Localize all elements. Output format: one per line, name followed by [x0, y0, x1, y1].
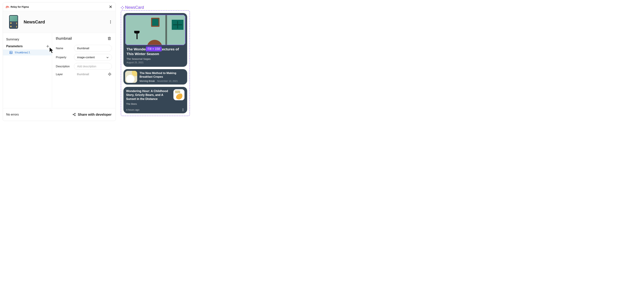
component-thumbnail	[8, 14, 20, 30]
selection-outline[interactable]	[125, 15, 186, 45]
col3-source: The Bees	[126, 101, 184, 105]
share-icon	[72, 113, 76, 116]
hero-thumbnail[interactable]	[125, 15, 186, 45]
layer-label: Layer	[56, 73, 71, 76]
svg-point-16	[183, 111, 183, 111]
svg-point-2	[110, 23, 111, 23]
row-source: Morning Break	[140, 80, 156, 82]
svg-point-14	[183, 109, 183, 109]
selection-size-tag: Fill × 158	[146, 46, 162, 51]
news-card-hero[interactable]: The Wonderful Architectures of This Wint…	[124, 13, 187, 67]
component-header: NewsCard	[3, 11, 116, 33]
property-value: image-content	[77, 56, 95, 59]
errors-label[interactable]: No errors	[6, 113, 19, 116]
description-input[interactable]	[74, 63, 112, 70]
name-label: Name	[56, 47, 71, 50]
resize-handle-top-right[interactable]	[184, 15, 186, 16]
col3-time: 4 hours ago	[126, 108, 139, 111]
svg-rect-12	[121, 7, 122, 8]
sidebar-param-label: thumbnail	[14, 51, 30, 54]
row-date: November 10, 2021	[157, 80, 178, 82]
relay-logo-icon	[6, 5, 9, 8]
news-card-row[interactable]: The New Method to Making Breakfast Crepe…	[124, 69, 187, 85]
svg-rect-11	[122, 8, 123, 9]
figma-canvas: NewsCard	[121, 5, 190, 116]
component-icon	[121, 6, 124, 9]
resize-handle-top-left[interactable]	[125, 15, 126, 16]
hero-source: The Seasonal Sagas	[126, 56, 184, 60]
svg-point-15	[183, 110, 183, 110]
share-with-developer-button[interactable]: Share with developer	[72, 113, 112, 117]
row-thumbnail	[125, 71, 137, 83]
delete-parameter-button[interactable]	[107, 36, 112, 41]
panel-footer: No errors Share with developer	[3, 109, 116, 121]
sidebar-param-thumbnail[interactable]: thumbnail	[3, 50, 52, 55]
sidebar-parameters-label: Parameters	[6, 44, 23, 48]
newscard-frame[interactable]: The Wonderful Architectures of This Wint…	[121, 10, 190, 116]
hero-date: August 25, 2021	[126, 60, 184, 64]
svg-rect-10	[122, 6, 123, 7]
plugin-header: Relay for Figma	[3, 3, 116, 11]
col3-thumbnail	[174, 89, 184, 100]
canvas-component-name: NewsCard	[125, 5, 144, 10]
name-input-field[interactable]	[77, 45, 109, 51]
svg-point-1	[110, 22, 111, 22]
parameter-editor: thumbnail Name Property image-content	[52, 33, 116, 108]
col3-title: Wondering Hour: A Childhood Story, Grizz…	[126, 89, 171, 101]
svg-point-0	[110, 20, 111, 21]
resize-handle-bottom-left[interactable]	[125, 44, 126, 45]
chevron-down-icon	[106, 56, 109, 58]
component-name: NewsCard	[24, 19, 104, 25]
plugin-title: Relay for Figma	[10, 5, 29, 8]
svg-point-6	[109, 74, 110, 74]
sidebar-summary[interactable]: Summary	[3, 36, 52, 43]
svg-point-4	[10, 52, 11, 52]
sidebar-parameters-header: Parameters	[3, 43, 52, 50]
relay-panel: Relay for Figma NewsCard Summary	[3, 2, 116, 121]
share-label: Share with developer	[78, 113, 112, 117]
news-card-col3[interactable]: Wondering Hour: A Childhood Story, Grizz…	[124, 87, 187, 113]
name-input[interactable]	[74, 45, 112, 52]
resize-handle-bottom-right[interactable]	[184, 44, 186, 45]
description-input-field[interactable]	[77, 63, 109, 69]
card-more-button[interactable]	[182, 108, 184, 111]
parameter-title: thumbnail	[56, 36, 72, 41]
add-parameter-button[interactable]	[46, 44, 50, 48]
sidebar: Summary Parameters thumbnail	[3, 33, 52, 108]
property-label: Property	[56, 56, 71, 59]
row-title: The New Method to Making Breakfast Crepe…	[140, 71, 185, 79]
property-select[interactable]: image-content	[74, 54, 112, 61]
locate-layer-button[interactable]	[108, 72, 112, 76]
canvas-component-label[interactable]: NewsCard	[121, 5, 190, 10]
component-more-button[interactable]	[108, 19, 113, 24]
description-label: Description	[56, 65, 71, 68]
layer-value: thumbnail	[74, 73, 105, 76]
svg-rect-13	[123, 7, 124, 8]
close-button[interactable]	[108, 4, 113, 9]
image-icon	[10, 51, 12, 54]
